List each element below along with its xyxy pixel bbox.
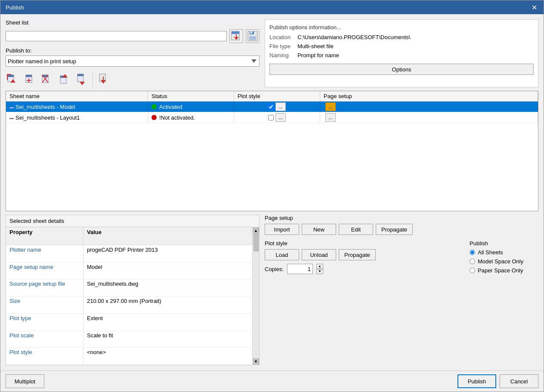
table-row[interactable]: ▬ Sei_multisheets - Layout1 !Not activat… (6, 112, 538, 123)
filetype-label: File type (269, 43, 291, 49)
load-sheet-btn[interactable] (229, 29, 243, 43)
publish-radio-group: All Sheets Model Space Only Paper Space … (470, 249, 538, 274)
publish-options-title: Publish options information... (269, 24, 534, 31)
publish-button[interactable]: Publish (457, 374, 496, 388)
sheet-name-cell: ▬ Sei_multisheets - Model (6, 102, 148, 112)
plot-style-section: Plot style Load Unload Propagate Copies:… (265, 240, 463, 274)
move-down-icon (75, 72, 90, 87)
location-label: Location (269, 34, 291, 40)
import-button[interactable]: Import (265, 224, 299, 235)
detail-val: 210.00 x 297.00 mm (Portrait) (83, 296, 252, 314)
pub-info-grid: Location C:\Users\damiano.PROGESOFT\Docu… (269, 34, 534, 59)
sheet-name-cell: ▬ Sei_multisheets - Layout1 (6, 112, 148, 123)
sheet-list-input[interactable] (6, 31, 227, 41)
move-down-btn[interactable] (74, 72, 90, 87)
svg-rect-7 (250, 31, 252, 34)
edit-button[interactable]: Edit (339, 224, 373, 235)
plot-publish-row: Plot style Load Unload Propagate Copies:… (265, 240, 538, 274)
page-setup-dots-btn[interactable]: ... (325, 102, 336, 111)
load-sheet-list-btn[interactable] (96, 72, 111, 87)
propagate-button[interactable]: Propagate (376, 224, 413, 235)
page-setup-cell: ... (320, 102, 538, 112)
detail-key: Plot style (6, 348, 83, 365)
copies-input[interactable] (287, 264, 313, 274)
plot-style-dots-btn[interactable]: ... (275, 113, 286, 122)
table-row[interactable]: ▬ Sei_multisheets - Model Activated ... … (6, 102, 538, 112)
close-button[interactable]: ✕ (530, 3, 538, 12)
detail-key: Plot type (6, 314, 83, 331)
radio-paper-space-input[interactable] (470, 268, 475, 273)
details-title: Selected sheet details (6, 215, 259, 227)
action-right: Publish Cancel (457, 374, 538, 388)
publish-options-panel: Publish options information... Location … (265, 19, 538, 87)
detail-key: Plot scale (6, 331, 83, 348)
radio-all-sheets[interactable]: All Sheets (470, 249, 538, 256)
add-sheets-btn[interactable] (23, 72, 38, 87)
copies-row: Copies: ▲ ▼ (265, 264, 463, 274)
svg-rect-1 (232, 31, 239, 34)
dialog-body: Sheet list (0, 14, 544, 370)
add-all-sheets-btn[interactable] (6, 72, 21, 87)
radio-model-space[interactable]: Model Space Only (470, 258, 538, 265)
cancel-button[interactable]: Cancel (500, 374, 538, 388)
detail-key: Plotter name (6, 245, 83, 262)
svg-rect-14 (26, 75, 32, 77)
publish-to-label: Publish to: (6, 47, 260, 54)
plot-style-checkbox[interactable] (268, 115, 274, 120)
copies-label: Copies: (265, 266, 284, 272)
copies-up-btn[interactable]: ▲ (316, 264, 323, 269)
plot-style-btn-row: Load Unload Propagate (265, 249, 463, 260)
details-grid: Property Value Plotter name progeCAD PDF… (6, 227, 252, 365)
radio-model-space-input[interactable] (470, 259, 475, 264)
selected-details-panel: Selected sheet details Property Value Pl… (6, 215, 260, 365)
plot-style-checkbox[interactable] (268, 104, 274, 110)
detail-val: Extent (83, 314, 252, 331)
toolbar-row (6, 72, 260, 87)
plot-style-dots-btn[interactable]: ... (275, 102, 286, 111)
status-cell: !Not activated. (148, 112, 234, 123)
scroll-thumb[interactable] (253, 234, 259, 251)
plot-propagate-button[interactable]: Propagate (339, 249, 376, 260)
bottom-section: Selected sheet details Property Value Pl… (6, 215, 538, 365)
load-icon (230, 30, 242, 42)
toolbar-separator (93, 73, 93, 86)
status-dot-active (151, 104, 157, 109)
page-setup-cell: ... (320, 112, 538, 123)
multiplot-button[interactable]: Multiplot (6, 374, 44, 388)
unload-button[interactable]: Unload (302, 249, 336, 260)
radio-all-sheets-input[interactable] (470, 250, 475, 255)
new-button[interactable]: New (302, 224, 336, 235)
plot-style-cell: ... (234, 102, 320, 112)
svg-rect-12 (7, 74, 11, 75)
publish-to-row: Publish to: Plotter named in print setup… (6, 46, 260, 67)
add-all-sheets-icon (6, 72, 21, 87)
save-sheet-btn[interactable] (246, 29, 260, 43)
scroll-down-btn[interactable]: ▼ (253, 358, 259, 364)
options-button[interactable]: Options (269, 64, 534, 75)
load-button[interactable]: Load (265, 249, 299, 260)
scrollbar[interactable]: ▲ ▼ (252, 227, 259, 365)
copies-down-btn[interactable]: ▼ (316, 269, 323, 274)
action-bar: Multiplot Publish Cancel (0, 370, 544, 392)
sheet-list-label: Sheet list (6, 19, 260, 26)
page-setup-btn-row: Import New Edit Propagate (265, 224, 538, 235)
naming-label: Naming (269, 52, 291, 59)
detail-val: Sei_multisheets.dwg (83, 279, 252, 296)
detail-key: Page setup name (6, 262, 83, 280)
svg-rect-6 (249, 36, 256, 40)
sheet-icon: ▬ (9, 105, 14, 109)
page-setup-title: Page setup (265, 215, 538, 221)
radio-paper-space[interactable]: Paper Space Only (470, 267, 538, 274)
publish-to-select[interactable]: Plotter named in print setup PDF DWF (6, 56, 260, 67)
move-up-btn[interactable] (57, 72, 73, 87)
col-sheet-name: Sheet name (6, 91, 148, 101)
scroll-up-btn[interactable]: ▲ (253, 228, 259, 234)
property-header: Property (6, 227, 83, 245)
plot-style-title: Plot style (265, 240, 463, 247)
page-setup-dots-btn[interactable]: ... (325, 113, 336, 122)
publish-radio-section: Publish All Sheets Model Space Only (470, 240, 538, 274)
page-setup-section: Page setup Import New Edit Propagate (265, 215, 538, 235)
sheet-icon: ▬ (9, 115, 14, 120)
move-up-icon (58, 72, 72, 87)
remove-sheets-btn[interactable] (40, 72, 56, 87)
